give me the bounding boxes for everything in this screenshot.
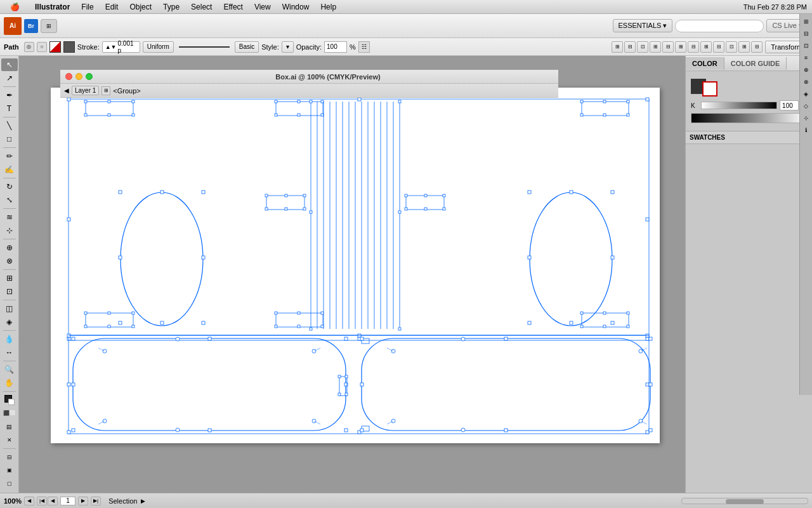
tool-warp[interactable]: ≋ bbox=[1, 211, 18, 224]
tool-gradient[interactable]: ◫ bbox=[1, 302, 18, 315]
svg-rect-15 bbox=[132, 114, 134, 116]
align-icon-9[interactable]: ⊟ bbox=[713, 41, 724, 53]
nav-next[interactable]: ▶ bbox=[78, 497, 88, 505]
artboard[interactable] bbox=[51, 88, 660, 443]
align-icon-7[interactable]: ⊟ bbox=[688, 41, 699, 53]
panel-icon-9[interactable]: ⊹ bbox=[801, 113, 811, 123]
uniform-dropdown[interactable]: Uniform bbox=[143, 41, 174, 53]
panel-icon-1[interactable]: ⊞ bbox=[801, 17, 811, 27]
align-icon-12[interactable]: ⊟ bbox=[751, 41, 763, 53]
path-icon-1[interactable]: ◎ bbox=[24, 42, 34, 52]
fill-color[interactable] bbox=[1, 394, 18, 406]
close-button[interactable] bbox=[65, 73, 72, 80]
menu-illustrator[interactable]: Illustrator bbox=[30, 1, 75, 13]
tool-mesh[interactable]: ⊡ bbox=[1, 285, 18, 298]
tool-select[interactable]: ↖ bbox=[1, 58, 18, 71]
nav-first[interactable]: |◀ bbox=[37, 497, 47, 505]
menu-help[interactable]: Help bbox=[315, 1, 341, 13]
path-icon-2[interactable]: ○ bbox=[37, 42, 47, 52]
search-input[interactable] bbox=[675, 20, 764, 32]
maximize-button[interactable] bbox=[86, 73, 93, 80]
horizontal-scrollbar[interactable] bbox=[681, 498, 808, 504]
align-icon-3[interactable]: ⊡ bbox=[637, 41, 648, 53]
stroke-label: Stroke: bbox=[77, 43, 100, 51]
panel-icon-10[interactable]: ℹ bbox=[801, 125, 811, 135]
style-dropdown[interactable]: ▾ bbox=[282, 41, 294, 53]
menu-object[interactable]: Object bbox=[124, 1, 157, 13]
tool-free-transform[interactable]: ⊹ bbox=[1, 224, 18, 237]
none-fill[interactable]: ✕ bbox=[1, 434, 18, 446]
menu-type[interactable]: Type bbox=[158, 1, 185, 13]
draw-behind[interactable]: ▢ bbox=[1, 478, 18, 490]
tool-live-paint[interactable]: ⊗ bbox=[1, 255, 18, 267]
tool-perspective[interactable]: ⊞ bbox=[1, 272, 18, 284]
minimize-button[interactable] bbox=[75, 73, 82, 80]
panel-icon-5[interactable]: ⊕ bbox=[801, 65, 811, 75]
align-icon-2[interactable]: ⊟ bbox=[624, 41, 636, 53]
opacity-input[interactable]: 100 bbox=[324, 41, 347, 53]
tool-direct-select[interactable]: ↗ bbox=[1, 72, 18, 84]
tool-scale[interactable]: ⤡ bbox=[1, 194, 18, 206]
tool-paintbrush[interactable]: ✏ bbox=[1, 150, 18, 163]
nav-last[interactable]: ▶| bbox=[91, 497, 101, 505]
tool-pen[interactable]: ✒ bbox=[1, 89, 18, 102]
opacity-icon[interactable]: ☷ bbox=[358, 41, 370, 53]
align-icons-group: ⊞ ⊟ ⊡ ⊞ ⊟ ⊞ ⊟ ⊞ ⊟ ⊡ ⊞ ⊟ bbox=[612, 41, 763, 53]
menu-window[interactable]: Window bbox=[277, 1, 315, 13]
tool-zoom[interactable]: 🔍 bbox=[1, 363, 18, 376]
svg-rect-1 bbox=[67, 98, 70, 101]
svg-rect-19 bbox=[321, 100, 324, 103]
tool-rect[interactable]: □ bbox=[1, 133, 18, 145]
menu-select[interactable]: Select bbox=[186, 1, 217, 13]
tool-hand[interactable]: ✋ bbox=[1, 377, 18, 389]
k-value[interactable]: 100 bbox=[780, 100, 799, 110]
gradient-bar bbox=[691, 113, 807, 123]
layer-nav-back[interactable]: ◀ bbox=[64, 87, 69, 94]
tool-pencil[interactable]: ✍ bbox=[1, 163, 18, 176]
align-icon-11[interactable]: ⊞ bbox=[738, 41, 750, 53]
stroke-value-input[interactable]: ▲▼ 0.001 p bbox=[102, 41, 140, 53]
draw-inside[interactable]: ▣ bbox=[1, 464, 18, 477]
panel-icon-2[interactable]: ⊟ bbox=[801, 29, 811, 39]
menu-effect[interactable]: Effect bbox=[218, 1, 247, 13]
menu-edit[interactable]: Edit bbox=[100, 1, 124, 13]
tool-measure[interactable]: ↔ bbox=[1, 346, 18, 359]
menu-file[interactable]: File bbox=[76, 1, 98, 13]
menu-view[interactable]: View bbox=[249, 1, 276, 13]
gradient-fill[interactable]: ▤ bbox=[1, 420, 18, 433]
panel-icon-8[interactable]: ◇ bbox=[801, 101, 811, 111]
align-icon-5[interactable]: ⊟ bbox=[662, 41, 674, 53]
nav-prev[interactable]: ◀ bbox=[24, 497, 34, 505]
panel-icon-4[interactable]: ≡ bbox=[801, 53, 811, 63]
panel-icon-6[interactable]: ⊗ bbox=[801, 77, 811, 87]
canvas-area[interactable]: Box.ai @ 100% (CMYK/Preview) ◀ Layer 1 ⊞… bbox=[19, 56, 685, 493]
panel-icon-7[interactable]: ◈ bbox=[801, 89, 811, 99]
tool-shape-builder[interactable]: ⊕ bbox=[1, 241, 18, 254]
stroke-swatch[interactable] bbox=[702, 81, 717, 97]
tab-color-guide[interactable]: COLOR GUIDE bbox=[724, 57, 787, 70]
tool-line[interactable]: ╲ bbox=[1, 119, 18, 132]
draw-modes[interactable]: ⊟ bbox=[1, 451, 18, 464]
align-icon-1[interactable]: ⊞ bbox=[612, 41, 623, 53]
nav-prev2[interactable]: ◀ bbox=[48, 497, 58, 505]
arrange-button[interactable]: ⊞ bbox=[41, 19, 57, 33]
panel-icon-3[interactable]: ⊡ bbox=[801, 41, 811, 51]
essentials-button[interactable]: ESSENTIALS ▾ bbox=[613, 19, 673, 32]
br-logo[interactable]: Br bbox=[24, 19, 38, 33]
stroke-color-swatch[interactable] bbox=[49, 41, 61, 53]
k-slider[interactable] bbox=[701, 102, 777, 109]
apple-menu[interactable]: 🍎 bbox=[5, 1, 25, 13]
page-number[interactable]: 1 bbox=[60, 497, 75, 505]
basic-dropdown[interactable]: Basic bbox=[235, 41, 259, 53]
tool-rotate[interactable]: ↻ bbox=[1, 180, 18, 193]
tab-color[interactable]: COLOR bbox=[686, 57, 724, 70]
align-icon-8[interactable]: ⊞ bbox=[700, 41, 712, 53]
fill-stroke-box[interactable] bbox=[63, 41, 75, 53]
align-icon-10[interactable]: ⊡ bbox=[726, 41, 737, 53]
align-icon-4[interactable]: ⊞ bbox=[650, 41, 661, 53]
tool-type[interactable]: T bbox=[1, 102, 18, 115]
tool-blend[interactable]: ◈ bbox=[1, 316, 18, 328]
color-mode[interactable]: ⬛⬜ bbox=[1, 407, 18, 420]
tool-eyedropper[interactable]: 💧 bbox=[1, 333, 18, 345]
align-icon-6[interactable]: ⊞ bbox=[675, 41, 686, 53]
